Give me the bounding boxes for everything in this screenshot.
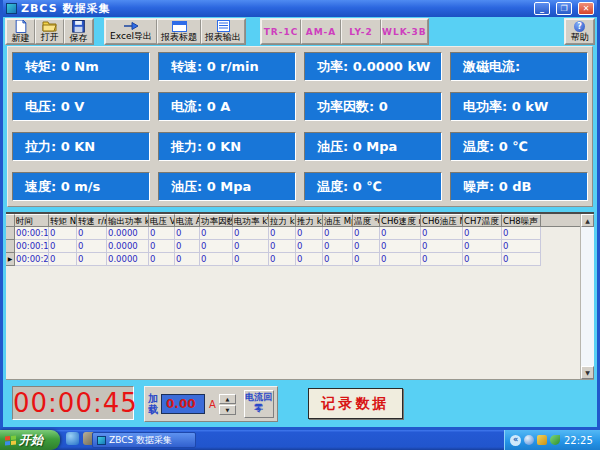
display-panel-15: 噪声: 0 dB — [450, 172, 588, 201]
table-inner: 时间转矩 Nm转速 r/min输出功率 kW电压 V电流 A功率因数电功率 kW… — [6, 214, 580, 266]
column-header[interactable]: 推力 kN — [296, 214, 323, 227]
open-button[interactable]: 打开 — [35, 19, 64, 44]
column-header[interactable]: 油压 Mpa — [323, 214, 353, 227]
table-cell: 0 — [77, 227, 107, 240]
table-cell: 0 — [233, 253, 269, 266]
device-toolband: TR-1C AM-A LY-2 WLK-3B — [260, 18, 429, 45]
display-panel-3: 激磁电流: — [450, 52, 588, 81]
column-header[interactable]: 电压 V — [149, 214, 175, 227]
restore-button[interactable]: ❐ — [556, 2, 572, 15]
load-current-field[interactable]: 0.00 — [161, 394, 205, 414]
tray-icon-3[interactable] — [550, 435, 560, 445]
table-cell: 0 — [463, 253, 502, 266]
save-icon — [72, 20, 85, 33]
device-button-ly2[interactable]: LY-2 — [341, 19, 381, 44]
toolbar: 新建 打开 保存 Excel导出 报表标题 — [3, 17, 597, 46]
quick-launch-icon-1[interactable] — [66, 432, 79, 445]
device-button-tr1c[interactable]: TR-1C — [261, 19, 301, 44]
table-cell: 0 — [502, 253, 541, 266]
table-cell: 0 — [49, 253, 77, 266]
table-cell: 0 — [269, 253, 296, 266]
excel-export-icon — [123, 21, 139, 31]
table-cell: 0 — [421, 240, 463, 253]
column-header[interactable]: 温度 ℃ — [353, 214, 380, 227]
save-button[interactable]: 保存 — [64, 19, 93, 44]
new-button-label: 新建 — [12, 34, 30, 43]
display-panel-0: 转矩: 0 Nm — [12, 52, 150, 81]
display-panel-7: 电功率: 0 kW — [450, 92, 588, 121]
table-cell: 0 — [380, 227, 421, 240]
header-filler — [541, 214, 580, 227]
column-header[interactable]: 拉力 kN — [269, 214, 296, 227]
bottom-controls: 00:00:45 加载 0.00 A ▲ ▼ 电流回零 记录数据 — [6, 380, 594, 427]
report-title-icon — [172, 21, 187, 32]
table-cell: 00:00:21 — [15, 253, 49, 266]
column-header[interactable]: CH6油压 Mpa — [421, 214, 463, 227]
report-output-button[interactable]: 报表输出 — [201, 19, 245, 44]
column-header[interactable]: 电流 A — [175, 214, 200, 227]
column-header[interactable]: 转速 r/min — [77, 214, 107, 227]
table-cell: 0 — [463, 227, 502, 240]
report-title-button[interactable]: 报表标题 — [157, 19, 201, 44]
step-up-icon[interactable]: ▲ — [219, 394, 236, 404]
record-data-button[interactable]: 记录数据 — [308, 388, 403, 419]
screen: ZBCS 数据采集 _ ❐ ✕ 新建 打开 保存 — [0, 0, 600, 450]
help-button[interactable]: ? 帮助 — [565, 19, 594, 44]
row-filler — [541, 240, 580, 253]
task-label: ZBCS 数据采集 — [109, 434, 172, 447]
table-cell: 0 — [296, 240, 323, 253]
table-cell: 0 — [49, 227, 77, 240]
app-window: ZBCS 数据采集 _ ❐ ✕ 新建 打开 保存 — [0, 0, 600, 430]
column-header[interactable]: 时间 — [15, 214, 49, 227]
step-down-icon[interactable]: ▼ — [219, 405, 236, 415]
close-button[interactable]: ✕ — [578, 2, 594, 15]
table-cell: 0 — [49, 240, 77, 253]
display-panel-8: 拉力: 0 KN — [12, 132, 150, 161]
column-header[interactable]: CH7温度 ℃ — [463, 214, 502, 227]
row-marker: ▶ — [6, 253, 15, 266]
table-cell: 0 — [296, 253, 323, 266]
save-button-label: 保存 — [70, 34, 88, 43]
table-row[interactable]: 00:00:19000.0000000000000000 — [6, 240, 580, 253]
scroll-down-icon[interactable]: ▼ — [581, 366, 594, 379]
table-cell: 0 — [77, 253, 107, 266]
column-header[interactable]: CH8噪声 dB — [502, 214, 541, 227]
column-header[interactable]: 输出功率 kW — [107, 214, 149, 227]
current-zero-button[interactable]: 电流回零 — [244, 390, 274, 418]
table-cell: 0 — [323, 240, 353, 253]
tray-icon-2[interactable] — [537, 435, 547, 445]
display-panel-2: 功率: 0.0000 kW — [304, 52, 442, 81]
new-button[interactable]: 新建 — [6, 19, 35, 44]
tray-icon-1[interactable] — [524, 435, 534, 445]
titlebar: ZBCS 数据采集 _ ❐ ✕ — [3, 0, 597, 17]
table-cell: 0 — [200, 253, 233, 266]
vertical-scrollbar[interactable]: ▲ ▼ — [580, 214, 594, 379]
table-row[interactable]: ▶00:00:21000.0000000000000000 — [6, 253, 580, 266]
device-button-wlk3b[interactable]: WLK-3B — [381, 19, 428, 44]
display-panel-4: 电压: 0 V — [12, 92, 150, 121]
table-cell: 0.0000 — [107, 240, 149, 253]
display-panel-14: 温度: 0 ℃ — [304, 172, 442, 201]
file-toolband: 新建 打开 保存 — [5, 18, 94, 45]
minimize-button[interactable]: _ — [534, 2, 550, 15]
column-header[interactable]: 电功率 kW — [233, 214, 269, 227]
row-filler — [541, 253, 580, 266]
column-header[interactable]: 功率因数 — [200, 214, 233, 227]
scroll-up-icon[interactable]: ▲ — [581, 214, 594, 227]
load-stepper: ▲ ▼ — [219, 394, 236, 415]
column-header[interactable]: CH6速度 m/s — [380, 214, 421, 227]
device-button-ama[interactable]: AM-A — [301, 19, 341, 44]
table-cell: 0 — [149, 240, 175, 253]
table-cell: 0 — [380, 253, 421, 266]
taskbar-task-button[interactable]: ZBCS 数据采集 — [92, 432, 196, 448]
table-cell: 0 — [353, 253, 380, 266]
table-row[interactable]: 00:00:17000.0000000000000000 — [6, 227, 580, 240]
display-panel-9: 推力: 0 KN — [158, 132, 296, 161]
column-header[interactable]: 转矩 Nm — [49, 214, 77, 227]
display-panel-10: 油压: 0 Mpa — [304, 132, 442, 161]
start-button[interactable]: 开始 — [0, 430, 60, 450]
table-cell: 0 — [296, 227, 323, 240]
tray-chevron-icon[interactable]: « — [510, 435, 521, 446]
excel-export-button[interactable]: Excel导出 — [105, 19, 157, 44]
load-unit-label: A — [209, 399, 216, 410]
